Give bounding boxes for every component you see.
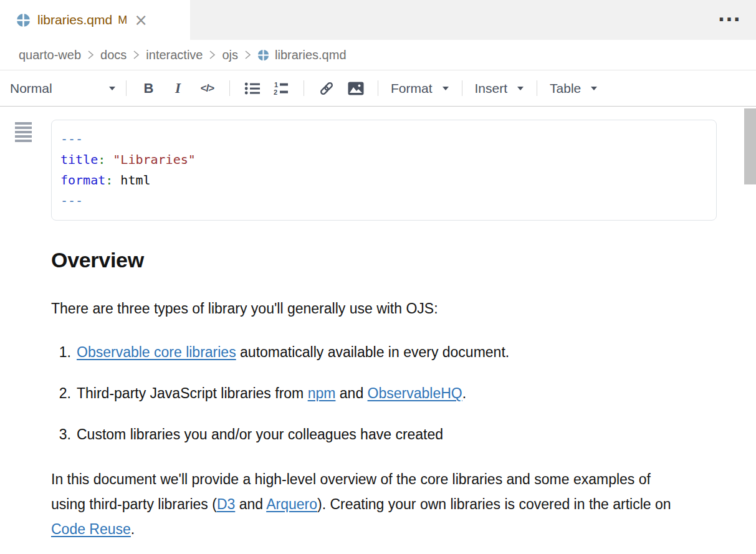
- list-item: 3. Custom libraries you and/or your coll…: [51, 426, 717, 443]
- numbered-list-icon: 1 2: [274, 81, 290, 96]
- heading-overview: Overview: [51, 248, 717, 272]
- bold-button[interactable]: B: [134, 75, 163, 102]
- yaml-line: format: html: [60, 170, 707, 191]
- link-observablehq[interactable]: ObservableHQ: [368, 385, 462, 401]
- overflow-menu-icon[interactable]: ···: [718, 16, 741, 24]
- toolbar-separator: [537, 80, 537, 96]
- link-code-reuse[interactable]: Code Reuse: [51, 521, 131, 537]
- visual-editor-body[interactable]: --- title: "Libraries" format: html --- …: [0, 107, 756, 554]
- insert-menu[interactable]: Insert: [475, 81, 525, 96]
- toolbar-separator: [304, 80, 304, 96]
- toolbar-separator: [229, 80, 230, 96]
- breadcrumb-item-quarto-web[interactable]: quarto-web: [19, 48, 81, 62]
- quarto-icon: [16, 13, 31, 27]
- numbered-list: 1. Observable core libraries automatical…: [51, 343, 717, 443]
- bullet-list-icon: [244, 81, 261, 96]
- list-item: 2. Third-party JavaScript libraries from…: [51, 384, 717, 402]
- image-button[interactable]: [341, 75, 370, 102]
- table-menu-label: Table: [550, 81, 581, 96]
- tab-title: libraries.qmd: [37, 12, 112, 27]
- yaml-line: ---: [60, 191, 707, 211]
- breadcrumb-file-label: libraries.qmd: [275, 48, 346, 62]
- yaml-front-matter-block[interactable]: --- title: "Libraries" format: html ---: [51, 120, 717, 221]
- paragraph-style-value: Normal: [10, 81, 52, 96]
- list-item: 1. Observable core libraries automatical…: [51, 343, 717, 361]
- italic-button[interactable]: I: [163, 75, 193, 102]
- paragraph-style-select[interactable]: Normal: [10, 81, 118, 96]
- editor-window: libraries.qmd M × ··· quarto-web docs in…: [0, 0, 756, 554]
- toolbar-separator: [378, 80, 378, 96]
- caret-down-icon: [442, 86, 449, 91]
- breadcrumb-item-interactive[interactable]: interactive: [146, 48, 203, 62]
- insert-menu-label: Insert: [475, 81, 508, 96]
- yaml-line: ---: [60, 129, 707, 150]
- format-menu-label: Format: [391, 81, 433, 96]
- chevron-right-icon: [87, 50, 95, 60]
- image-icon: [348, 82, 364, 95]
- editor-toolbar: Normal B I </> 1 2: [0, 70, 756, 107]
- link-arquero[interactable]: Arquero: [266, 496, 317, 512]
- link-npm[interactable]: npm: [308, 385, 336, 401]
- quarto-icon: [257, 49, 269, 61]
- link-observable-core-libraries[interactable]: Observable core libraries: [77, 344, 236, 360]
- chevron-right-icon: [132, 50, 140, 60]
- drag-handle-icon[interactable]: [15, 122, 32, 144]
- toolbar-separator: [462, 80, 462, 96]
- bullet-list-button[interactable]: [237, 75, 267, 102]
- svg-text:1: 1: [274, 81, 278, 88]
- code-button[interactable]: </>: [193, 75, 222, 102]
- list-marker: 1.: [51, 343, 71, 361]
- tab-libraries-qmd[interactable]: libraries.qmd M ×: [0, 0, 190, 40]
- numbered-list-button[interactable]: 1 2: [267, 75, 296, 102]
- close-icon[interactable]: ×: [134, 12, 148, 28]
- intro-paragraph: There are three types of library you'll …: [51, 296, 717, 321]
- caret-down-icon: [517, 86, 524, 91]
- link-icon: [318, 80, 335, 97]
- link-button[interactable]: [312, 75, 341, 102]
- modified-badge: M: [118, 14, 127, 27]
- table-menu[interactable]: Table: [550, 81, 598, 96]
- list-marker: 3.: [51, 426, 71, 443]
- chevron-right-icon: [208, 50, 216, 60]
- caret-down-icon: [108, 86, 116, 91]
- breadcrumb-item-file[interactable]: libraries.qmd: [257, 48, 346, 62]
- tab-bar: libraries.qmd M × ···: [0, 0, 756, 40]
- format-menu[interactable]: Format: [391, 81, 449, 96]
- scrollbar-thumb[interactable]: [744, 108, 756, 184]
- list-marker: 2.: [51, 384, 71, 402]
- svg-text:2: 2: [274, 88, 277, 96]
- breadcrumb-item-ojs[interactable]: ojs: [222, 48, 238, 62]
- chevron-right-icon: [244, 50, 252, 60]
- breadcrumb: quarto-web docs interactive ojs librarie…: [0, 40, 756, 70]
- closing-paragraph: In this document we'll provide a high-le…: [51, 467, 684, 542]
- yaml-line: title: "Libraries": [60, 150, 707, 170]
- breadcrumb-item-docs[interactable]: docs: [100, 48, 127, 62]
- caret-down-icon: [590, 86, 598, 91]
- link-d3[interactable]: D3: [217, 496, 235, 512]
- toolbar-separator: [126, 80, 127, 96]
